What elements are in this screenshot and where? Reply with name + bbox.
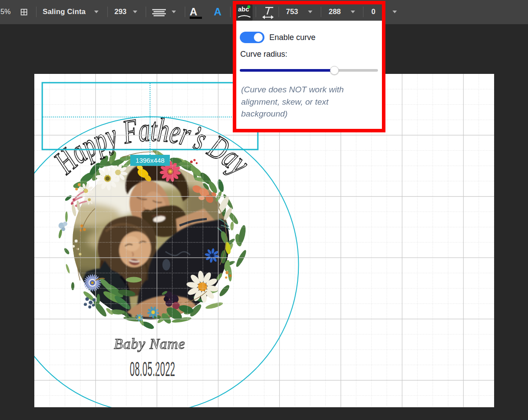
svg-text:08.05.2022: 08.05.2022 [130, 358, 175, 380]
svg-text:1396x448: 1396x448 [136, 157, 165, 164]
